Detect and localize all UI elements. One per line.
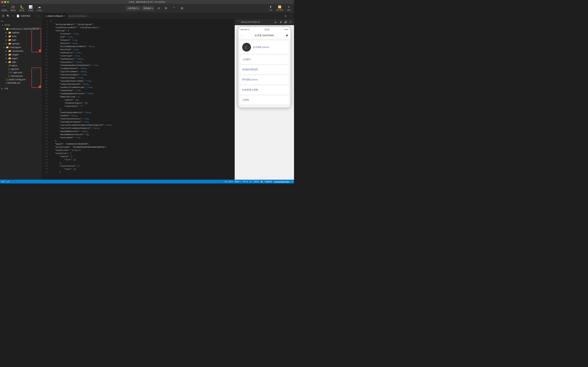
sidebar-item-app-wxss[interactable]: ▶ CSS app.wxss — [0, 71, 42, 74]
refresh-button[interactable]: ↺ — [156, 6, 162, 11]
phone-menu-db[interactable]: 前端操作数据库 › — [240, 65, 289, 74]
new-file-icon[interactable]: 📄 — [16, 14, 20, 18]
sidebar-open-editors[interactable]: ▶ — [0, 19, 42, 23]
git-icon[interactable]: ⑂ — [11, 14, 15, 18]
scrollbar[interactable] — [233, 19, 234, 180]
status-line-col: 行 1, 列 1 — [225, 180, 233, 183]
cloud-icon: ☁ — [38, 5, 41, 9]
sidebar-item-echo[interactable]: ▶ 📂 echo — [0, 34, 42, 38]
style-expand: ▶ — [6, 61, 8, 63]
preview-rotate-icon[interactable]: ⟳ — [288, 20, 293, 24]
debugger-button[interactable]: 🐛 调试器 — [17, 4, 26, 12]
preview-refresh-icon[interactable]: ▶ — [274, 20, 278, 24]
preview-speaker-icon[interactable]: 🔊 — [284, 20, 288, 24]
traffic-lights[interactable] — [1, 1, 9, 3]
settings-button[interactable]: ⚙ — [179, 6, 185, 11]
tab-project-config[interactable]: { } project.config.json × — [43, 13, 67, 19]
mode-select[interactable]: 小程序模式 ▾ — [126, 6, 140, 10]
code-line-18: "checkInvalidKey": true, — [49, 73, 233, 76]
code-line-8: "postcss": true, — [49, 42, 233, 45]
status-errors: ⊗ 0 — [1, 181, 5, 183]
sidebar-item-project-config[interactable]: ▶ { } project.config.json — [0, 78, 42, 81]
file-icon-readme: ℹ — [6, 82, 7, 84]
sidebar-item-style[interactable]: ▶ 📂 style — [0, 60, 42, 64]
avatar-icon: 🎩 — [244, 45, 249, 49]
more-icon[interactable]: ··· — [37, 14, 41, 18]
style-label: style — [12, 61, 16, 63]
images-label: images — [12, 53, 19, 56]
version-label: 版本管理 — [276, 9, 283, 11]
code-line-31: "bundle": false, — [49, 114, 233, 117]
sidebar-outline[interactable]: ▶ 大纲 — [0, 86, 42, 91]
sidebar: ▶ ▼ 云开发 ▼ 📁 cloudfunctions | 当前环境: yqkt-… — [0, 19, 42, 180]
details-button[interactable]: ≡ 详情 — [285, 5, 292, 12]
phone-menu-upload[interactable]: 上传图片 › — [240, 55, 289, 64]
code-line-44: "search": { — [49, 155, 233, 158]
line-numbers: 1234567891011121314151617181920212223242… — [42, 19, 49, 180]
code-line-35: "userConfirmedBundleSwitch": false, — [49, 127, 233, 130]
code-line-4: "setting": { — [49, 29, 233, 32]
phone-nav-icon: ··· — [241, 34, 243, 37]
menu-icon[interactable]: ☰ — [1, 14, 5, 18]
sidebar-item-callback[interactable]: ▶ 📂 callback — [0, 31, 42, 34]
code-line-29: }, — [49, 108, 233, 111]
code-line-41: "projectname": "%E4%BA%91%E5%BC%80%E5%BF… — [49, 146, 233, 149]
visualize-button[interactable]: 📊 可视化 — [26, 4, 35, 12]
editor-button[interactable]: ⟨/⟩ 编辑器 — [9, 4, 17, 12]
openapi-label: openapi — [12, 42, 19, 45]
maximize-button[interactable] — [7, 1, 9, 3]
code-line-28: "outputPath": "" — [49, 105, 233, 108]
preview-panel: 📱 iPhone 6/7/8 100% 16 ▶ ⏺ 🔊 ⟳ WeChat令 令… — [234, 19, 294, 180]
phone-outline-icon[interactable]: 📱 — [236, 20, 240, 24]
status-page[interactable]: pages/index/index — [274, 181, 290, 183]
folder-icon-login: 📂 — [9, 39, 11, 41]
sidebar-item-readme[interactable]: ▶ ℹ README.md — [0, 81, 42, 85]
sidebar-item-cloudfunctions[interactable]: ▼ 📁 cloudfunctions | 当前环境: yqkt-dev — [0, 27, 42, 31]
phone-menu-create-func[interactable]: 快速新建云函数 › — [240, 85, 289, 94]
phone-nav-record: ⏺ — [285, 34, 288, 37]
phone-menu-im[interactable]: 即时通信 Demo › — [240, 75, 289, 84]
sidebar-item-app-js[interactable]: ▶ JS app.js — [0, 64, 42, 67]
version-button[interactable]: 🔀 版本管理 — [274, 5, 285, 12]
phone-menu-cloud-call[interactable]: 云调用 › — [240, 96, 289, 104]
sidebar-item-app-json[interactable]: ▶ { } app.json — [0, 67, 42, 71]
tab-close-icon[interactable]: × — [64, 15, 65, 17]
sidebar-cloud-dev[interactable]: ▼ 云开发 — [0, 23, 42, 27]
code-line-19: "checkSiteMap": true, — [49, 76, 233, 80]
status-left: ⊗ 0 △ 0 — [1, 181, 9, 183]
sidebar-item-images[interactable]: ▶ 📂 images — [0, 53, 42, 57]
upload-label: 上传 — [269, 9, 272, 11]
minimize-button[interactable] — [4, 1, 6, 3]
sidebar-item-miniprogram[interactable]: ▼ 📁 miniprogram — [0, 45, 42, 49]
status-right: 行 1, 列 1 空格: 2 UTF-8 LF JSON 🔔 页面路径 page… — [225, 180, 293, 183]
readme-label: README.md — [8, 82, 20, 84]
compile-select[interactable]: 普通编译 ▾ — [142, 6, 154, 10]
folder-icon-mp: 📁 — [6, 46, 9, 49]
close-button[interactable] — [1, 1, 3, 3]
cloud-button[interactable]: ☁ 云开发 — [35, 4, 44, 12]
app-json-label: app.json — [11, 68, 19, 70]
sidebar-item-login[interactable]: ▶ 📂 login — [0, 38, 42, 42]
sidebar-item-openapi[interactable]: ▶ 📂 openapi — [0, 42, 42, 45]
realtest-mobile-button[interactable]: 📱 — [171, 6, 178, 11]
phone-nav-title: 云开发 QuickStart — [254, 34, 274, 37]
comp-label: components — [12, 50, 23, 52]
simulator-button[interactable]: 📱 模拟器 — [0, 4, 9, 12]
phone-openid-button[interactable]: 点击获取 openid — [253, 46, 269, 49]
editor-toolbar-right: ⊞ ··· — [284, 14, 294, 18]
code-editor[interactable]: { "miniprogramRoot": "miniprogram/", "cl… — [49, 19, 233, 180]
preview-eye-button[interactable]: 👁 — [163, 6, 169, 11]
sidebar-item-sitemap[interactable]: ▶ { } sitemap.json — [0, 74, 42, 78]
more-options-icon[interactable]: ··· — [288, 14, 293, 18]
sidebar-item-components[interactable]: ▶ 📂 components — [0, 49, 42, 53]
split-editor-icon[interactable]: ⊞ — [284, 14, 288, 18]
sidebar-item-pages[interactable]: ▶ 📂 pages — [0, 57, 42, 60]
expand-icon: ▶ — [1, 20, 3, 22]
phone-signal: WeChat令 令 — [241, 28, 250, 31]
upload-button[interactable]: ⬆ 上传 — [267, 5, 274, 12]
login-label: login — [12, 39, 16, 41]
search-icon[interactable]: 🔍 — [6, 14, 10, 18]
code-line-24: "useNewAppHostProcess": false, — [49, 92, 233, 95]
preview-record-icon[interactable]: ⏺ — [279, 20, 283, 24]
toolbar-right: ⬆ 上传 🔀 版本管理 ≡ 详情 — [267, 5, 294, 12]
